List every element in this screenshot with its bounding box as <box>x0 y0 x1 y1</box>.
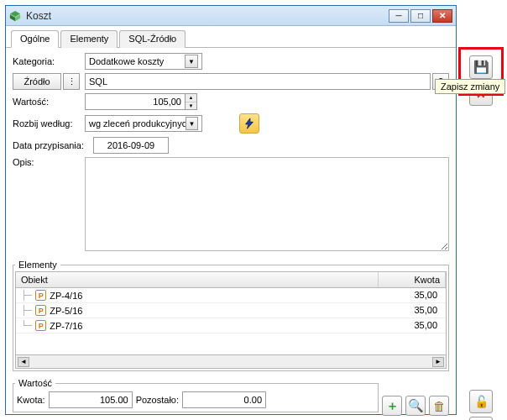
lightning-icon <box>243 118 255 129</box>
elementy-legend: Elementy <box>15 260 60 270</box>
kategoria-combo[interactable]: Dodatkowe koszty ▼ <box>85 53 202 70</box>
svg-marker-3 <box>246 118 254 129</box>
tab-elementy[interactable]: Elementy <box>60 30 118 48</box>
col-obiekt[interactable]: Obiekt <box>16 272 379 287</box>
wartosc-label: Wartość: <box>13 97 85 107</box>
kategoria-label: Kategoria: <box>13 56 85 66</box>
side-toolbar: 💾 ✕ 🔓 ➔ <box>460 5 502 420</box>
titlebar: Koszt ─ □ ✕ <box>6 6 456 26</box>
tabstrip: Ogólne Elementy SQL-Źródło <box>6 26 456 48</box>
pozostalo-input[interactable] <box>182 391 266 408</box>
data-label: Data przypisania: <box>13 140 93 150</box>
zrodlo-button[interactable]: Źródło <box>13 73 61 90</box>
kategoria-value: Dodatkowe koszty <box>89 56 164 66</box>
opis-label: Opis: <box>13 157 85 167</box>
rozbij-label: Rozbij według: <box>13 118 85 129</box>
chevron-down-icon: ▼ <box>185 55 198 68</box>
chevron-down-icon: ▼ <box>186 117 198 130</box>
content-area: Kategoria: Dodatkowe koszty ▼ Źródło ⋮ ?… <box>6 48 456 416</box>
table-row[interactable]: ├─PZP-5/16 35,00 <box>16 303 446 318</box>
kwota-label: Kwota: <box>17 395 45 405</box>
zrodlo-input[interactable] <box>85 73 431 90</box>
app-icon <box>9 10 21 22</box>
table-row[interactable]: ├─PZP-4/16 35,00 <box>16 288 446 303</box>
zoom-button[interactable]: 🔍 <box>405 396 426 416</box>
minimize-button[interactable]: ─ <box>389 9 409 23</box>
wartosc-input[interactable] <box>85 93 186 110</box>
tab-ogolne[interactable]: Ogólne <box>11 30 59 48</box>
add-button[interactable]: ＋ <box>382 396 402 416</box>
rozbij-value: wg zleceń produkcyjnych <box>89 118 186 129</box>
scroll-left-icon[interactable]: ◄ <box>18 357 29 367</box>
kwota-input[interactable] <box>49 391 133 408</box>
opis-textarea[interactable] <box>85 157 449 251</box>
lightning-button[interactable] <box>239 113 259 134</box>
document-icon: P <box>35 320 46 331</box>
delete-button[interactable]: 🗑 <box>429 396 449 416</box>
wartosc-group: Wartość Kwota: Pozostało: <box>13 378 379 412</box>
grid-header: Obiekt Kwota <box>16 272 446 288</box>
next-button[interactable]: ➔ <box>469 417 493 420</box>
table-row[interactable]: └─PZP-7/16 35,00 <box>16 318 446 333</box>
hscrollbar[interactable]: ◄ ► <box>15 355 447 369</box>
tab-sql-zrodlo[interactable]: SQL-Źródło <box>119 30 186 48</box>
rozbij-combo[interactable]: wg zleceń produkcyjnych ▼ <box>85 115 202 132</box>
document-icon: P <box>35 305 46 316</box>
col-kwota[interactable]: Kwota <box>379 272 446 287</box>
scroll-right-icon[interactable]: ► <box>432 357 444 367</box>
elementy-grid[interactable]: Obiekt Kwota ├─PZP-4/16 35,00 ├─PZP-5/16… <box>15 271 447 355</box>
window-title: Koszt <box>26 10 51 22</box>
lock-button[interactable]: 🔓 <box>469 390 493 413</box>
save-button[interactable]: 💾 <box>469 55 493 79</box>
maximize-button[interactable]: □ <box>410 9 431 23</box>
tooltip: Zapisz zmiany <box>435 79 505 94</box>
document-icon: P <box>35 290 46 301</box>
elementy-group: Elementy Obiekt Kwota ├─PZP-4/16 35,00 ├… <box>13 260 449 371</box>
close-button[interactable]: ✕ <box>432 9 452 23</box>
wartosc-legend: Wartość <box>15 378 55 388</box>
wartosc-spinner[interactable]: ▲▼ <box>186 93 197 110</box>
pozostalo-label: Pozostało: <box>136 395 179 405</box>
zrodlo-aux-button[interactable]: ⋮ <box>63 73 80 90</box>
window: Koszt ─ □ ✕ Ogólne Elementy SQL-Źródło K… <box>5 5 457 415</box>
data-input[interactable] <box>93 137 169 154</box>
